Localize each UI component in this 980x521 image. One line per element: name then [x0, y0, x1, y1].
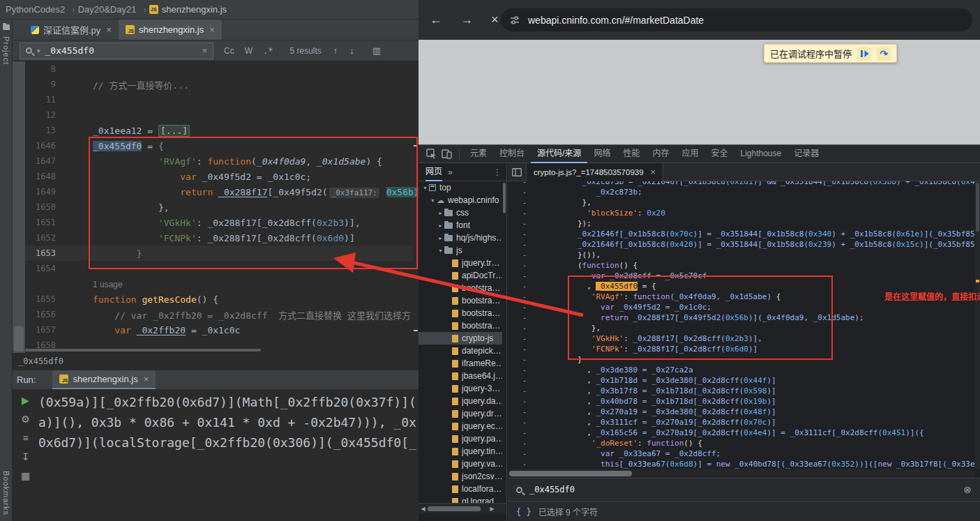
sidebar-vertical-scrollbar[interactable]: [502, 181, 506, 503]
breakpoint-gutter[interactable]: -: [508, 281, 536, 292]
soft-wrap-button[interactable]: ≡: [22, 432, 28, 444]
breakpoint-gutter[interactable]: -: [508, 407, 536, 417]
rerun-button[interactable]: ▶: [22, 395, 29, 406]
line-number[interactable]: 1653: [25, 248, 63, 258]
editor-vertical-scrollbar[interactable]: [975, 181, 980, 469]
scrollbar-thumb[interactable]: [14, 326, 24, 352]
stop-button[interactable]: ×: [491, 13, 499, 27]
tree-item[interactable]: ▾ top: [419, 181, 502, 194]
tree-item[interactable]: jquery.dr…: [419, 407, 502, 420]
clear-search-icon[interactable]: ×: [202, 45, 207, 56]
project-panel-scrollbar[interactable]: [13, 61, 25, 370]
line-number[interactable]: 13: [25, 126, 63, 135]
tree-item[interactable]: jquery.pa…: [419, 432, 502, 445]
devtools-tab[interactable]: 性能: [617, 145, 646, 163]
breakpoint-gutter[interactable]: -: [508, 428, 536, 438]
devtools-tab[interactable]: 控制台: [493, 145, 531, 163]
line-number[interactable]: 1656: [25, 310, 63, 319]
line-number[interactable]: 12: [25, 110, 63, 120]
line-number[interactable]: 1650: [25, 202, 63, 212]
tree-item[interactable]: ▾ js: [419, 244, 502, 257]
breakpoint-gutter[interactable]: -: [508, 333, 536, 344]
breakpoint-gutter[interactable]: -: [508, 312, 536, 323]
devtools-tab[interactable]: 记录器: [787, 145, 825, 163]
site-settings-icon[interactable]: [510, 15, 520, 25]
breadcrumb-item[interactable]: shenzhengxin.js: [149, 4, 227, 15]
breakpoint-gutter[interactable]: -: [508, 438, 536, 448]
editor-tab[interactable]: 深证信案例.py ×: [24, 20, 119, 40]
tree-item[interactable]: iframeRe…: [419, 357, 502, 370]
close-icon[interactable]: ×: [106, 24, 112, 35]
close-icon[interactable]: ×: [144, 374, 149, 384]
devtools-tab[interactable]: 安全: [704, 145, 734, 163]
scrollbar-thumb[interactable]: [509, 471, 632, 476]
devtools-tab[interactable]: 元素: [464, 145, 493, 163]
line-number[interactable]: 8: [25, 64, 63, 74]
project-folder-icon[interactable]: [3, 24, 10, 30]
line-number[interactable]: 1651: [25, 218, 63, 227]
tree-item[interactable]: localfora…: [419, 483, 502, 495]
scroll-to-end-button[interactable]: ↧: [22, 451, 30, 462]
sidebar-horizontal-scrollbar[interactable]: ◀ ▶: [419, 503, 506, 513]
search-input[interactable]: _0x455df0: [45, 45, 196, 56]
breakpoint-gutter[interactable]: -: [508, 344, 536, 354]
breakpoint-gutter[interactable]: -: [508, 365, 536, 375]
editor-horizontal-scrollbar[interactable]: [25, 349, 261, 352]
line-number[interactable]: 1646: [25, 141, 63, 151]
address-bar[interactable]: webapi.cninfo.com.cn/#/marketDataDate: [501, 8, 972, 31]
forward-button[interactable]: →: [460, 13, 473, 27]
tree-item[interactable]: jquery-3…: [419, 382, 502, 395]
tree-item[interactable]: bootstra…: [419, 294, 502, 307]
navigator-toggle-icon[interactable]: [508, 168, 526, 176]
breakpoint-gutter[interactable]: -: [508, 302, 536, 312]
breakpoint-gutter[interactable]: -: [508, 260, 536, 271]
settings-button[interactable]: ⚙: [21, 414, 30, 425]
breakpoint-gutter[interactable]: -: [508, 292, 536, 302]
devtools-tab[interactable]: 应用: [675, 145, 704, 163]
find-input[interactable]: _0x455df0: [529, 485, 956, 494]
tab-page[interactable]: 网页: [425, 163, 442, 181]
breadcrumb-item[interactable]: PythonCodes2: [6, 4, 75, 15]
breakpoint-gutter[interactable]: -: [508, 181, 536, 187]
tree-item[interactable]: crypto-js: [419, 332, 502, 345]
close-icon[interactable]: ×: [651, 167, 656, 177]
tree-item[interactable]: json2csv…: [419, 470, 502, 483]
line-number[interactable]: 1654: [25, 264, 63, 273]
line-number[interactable]: 1655: [25, 294, 63, 304]
tree-item[interactable]: apiDocTr…: [419, 269, 502, 282]
close-icon[interactable]: ×: [209, 24, 215, 35]
breakpoint-gutter[interactable]: -: [508, 459, 536, 469]
breakpoint-gutter[interactable]: -: [508, 386, 536, 396]
tree-item[interactable]: ▸ hq/js/highs…: [419, 232, 502, 244]
breakpoint-gutter[interactable]: -: [508, 354, 536, 365]
breakpoint-gutter[interactable]: -: [508, 187, 536, 197]
line-number[interactable]: 1657: [25, 325, 63, 335]
devtools-tab[interactable]: 网络: [587, 145, 617, 163]
tree-item[interactable]: datepick…: [419, 345, 502, 357]
line-number[interactable]: 1652: [25, 233, 63, 243]
breakpoint-gutter[interactable]: -: [508, 239, 536, 250]
tree-item[interactable]: jquery.da…: [419, 395, 502, 407]
breakpoint-gutter[interactable]: -: [508, 375, 536, 386]
scroll-right-icon[interactable]: ▶: [488, 506, 497, 512]
tree-item[interactable]: jquery.tr…: [419, 257, 502, 269]
scrollbar-thumb[interactable]: [428, 506, 481, 511]
match-case-toggle[interactable]: Cc: [224, 46, 234, 56]
devtools-tab[interactable]: Lighthouse: [734, 145, 787, 163]
url-text[interactable]: webapi.cninfo.com.cn/#/marketDataDate: [528, 15, 704, 26]
tree-item[interactable]: ▸ css: [419, 206, 502, 219]
line-number[interactable]: 1649: [25, 187, 63, 197]
breakpoint-gutter[interactable]: -: [508, 396, 536, 407]
breadcrumb-item[interactable]: Day20&Day21: [78, 4, 146, 15]
breakpoint-gutter[interactable]: -: [508, 417, 536, 428]
breakpoint-gutter[interactable]: -: [508, 250, 536, 260]
tree-item[interactable]: qUpgrad…: [419, 495, 502, 503]
inspect-element-icon[interactable]: [424, 147, 438, 161]
breakpoint-gutter[interactable]: -: [508, 271, 536, 281]
search-field[interactable]: ▾ _0x455df0 ×: [20, 43, 213, 59]
step-over-button[interactable]: ↷: [877, 47, 891, 61]
tree-item[interactable]: jquery.va…: [419, 458, 502, 470]
regex-toggle[interactable]: .*: [263, 46, 273, 56]
back-button[interactable]: ←: [430, 13, 442, 27]
tab-overflow-icon[interactable]: »: [448, 167, 453, 177]
